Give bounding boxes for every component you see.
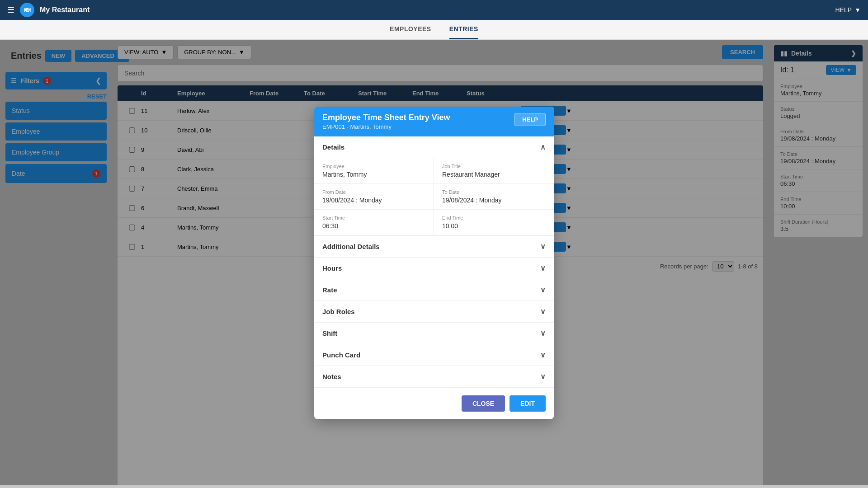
modal-section-hours[interactable]: Hours ∨: [314, 258, 554, 279]
modal-employee-value: Martins, Tommy: [322, 171, 425, 178]
close-button[interactable]: CLOSE: [462, 395, 505, 412]
hamburger-icon[interactable]: ☰: [7, 5, 14, 15]
modal-shift-label: Shift: [322, 329, 337, 337]
help-button[interactable]: HELP ▼: [835, 6, 861, 14]
chevron-down-icon: ∨: [540, 307, 546, 316]
chevron-down-icon: ∨: [540, 264, 546, 272]
chevron-down-icon: ∨: [540, 372, 546, 381]
modal-notes-label: Notes: [322, 373, 341, 380]
modal-field-job-title: Job Title Restaurant Manager: [434, 158, 554, 184]
app-title: My Restaurant: [40, 6, 90, 14]
modal-job-title-label: Job Title: [442, 164, 546, 169]
modal-section-punch-card[interactable]: Punch Card ∨: [314, 344, 554, 366]
chevron-down-icon: ∨: [540, 242, 546, 251]
main-area: Entries NEW ADVANCED ▼ ☰ Filters 1 ❮ RES…: [0, 40, 868, 485]
modal: Employee Time Sheet Entry View EMP001 - …: [314, 107, 554, 419]
modal-to-date-label: To Date: [442, 189, 546, 195]
modal-overlay: Employee Time Sheet Entry View EMP001 - …: [0, 40, 868, 485]
modal-field-start-time: Start Time 06:30: [314, 210, 434, 235]
chevron-down-icon: ∨: [540, 351, 546, 359]
modal-section-shift[interactable]: Shift ∨: [314, 323, 554, 344]
modal-punch-card-label: Punch Card: [322, 351, 360, 359]
nav-left: ☰ 🍽 My Restaurant: [7, 3, 90, 17]
modal-start-time-value: 06:30: [322, 222, 425, 230]
help-label: HELP: [835, 6, 852, 14]
modal-start-time-label: Start Time: [322, 215, 425, 221]
modal-footer: CLOSE EDIT: [314, 388, 554, 419]
modal-end-time-value: 10:00: [442, 222, 546, 230]
modal-job-roles-label: Job Roles: [322, 308, 355, 315]
modal-body: Details ∧ Employee Martins, Tommy Job Ti…: [314, 136, 554, 388]
modal-to-date-value: 19/08/2024 : Monday: [442, 197, 546, 204]
modal-section-rate[interactable]: Rate ∨: [314, 279, 554, 301]
chevron-down-icon: ▼: [854, 6, 861, 14]
tab-employees[interactable]: EMPLOYEES: [390, 25, 431, 39]
modal-field-to-date: To Date 19/08/2024 : Monday: [434, 184, 554, 210]
tab-bar: EMPLOYEES ENTRIES: [0, 20, 868, 40]
app-logo: 🍽: [20, 3, 34, 17]
modal-header: Employee Time Sheet Entry View EMP001 - …: [314, 107, 554, 136]
modal-section-job-roles[interactable]: Job Roles ∨: [314, 301, 554, 323]
chevron-up-icon: ∧: [540, 143, 546, 151]
modal-details-fields: Employee Martins, Tommy Job Title Restau…: [314, 158, 554, 236]
modal-rate-label: Rate: [322, 286, 337, 294]
modal-from-date-label: From Date: [322, 189, 425, 195]
modal-additional-details-label: Additional Details: [322, 243, 380, 250]
chevron-down-icon: ∨: [540, 286, 546, 294]
modal-section-details[interactable]: Details ∧: [314, 136, 554, 158]
chevron-down-icon: ∨: [540, 329, 546, 338]
modal-field-from-date: From Date 19/08/2024 : Monday: [314, 184, 434, 210]
modal-subtitle: EMP001 - Martins, Tommy: [322, 123, 450, 130]
modal-employee-label: Employee: [322, 164, 425, 169]
modal-field-end-time: End Time 10:00: [434, 210, 554, 235]
modal-section-notes[interactable]: Notes ∨: [314, 366, 554, 388]
edit-button[interactable]: EDIT: [509, 395, 546, 412]
modal-hours-label: Hours: [322, 264, 342, 272]
modal-help-button[interactable]: HELP: [514, 113, 546, 126]
modal-details-label: Details: [322, 143, 344, 151]
modal-job-title-value: Restaurant Manager: [442, 171, 546, 178]
modal-field-employee: Employee Martins, Tommy: [314, 158, 434, 184]
modal-title: Employee Time Sheet Entry View: [322, 113, 450, 122]
tab-entries[interactable]: ENTRIES: [449, 25, 478, 39]
top-nav: ☰ 🍽 My Restaurant HELP ▼: [0, 0, 868, 20]
modal-section-additional-details[interactable]: Additional Details ∨: [314, 236, 554, 258]
modal-end-time-label: End Time: [442, 215, 546, 221]
modal-from-date-value: 19/08/2024 : Monday: [322, 197, 425, 204]
